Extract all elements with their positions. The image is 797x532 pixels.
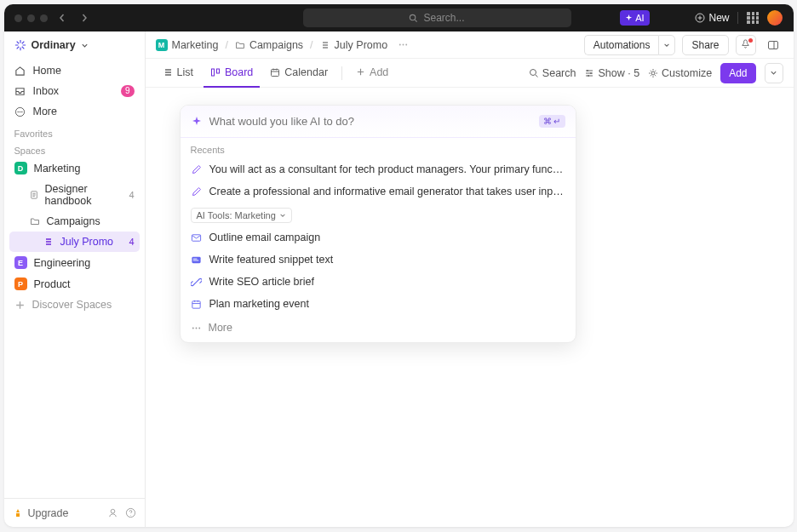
crumb-marketing[interactable]: M Marketing bbox=[156, 39, 219, 51]
tree-campaigns[interactable]: Campaigns bbox=[9, 211, 140, 232]
sliders-icon bbox=[584, 68, 594, 78]
nav-home[interactable]: Home bbox=[9, 60, 140, 81]
svg-point-16 bbox=[530, 69, 536, 75]
list-icon bbox=[320, 40, 330, 50]
tool-seo[interactable]: Write SEO article brief bbox=[181, 271, 576, 293]
titlebar: Search... AI New bbox=[4, 4, 794, 31]
view-board[interactable]: Board bbox=[204, 59, 260, 88]
svg-point-18 bbox=[590, 72, 592, 74]
customize-action[interactable]: Customize bbox=[648, 67, 712, 79]
view-calendar[interactable]: Calendar bbox=[263, 59, 335, 88]
svg-point-4 bbox=[20, 111, 20, 112]
upgrade-button[interactable]: Upgrade bbox=[28, 507, 69, 519]
crumb-july-promo[interactable]: July Promo bbox=[320, 39, 388, 51]
ai-input[interactable] bbox=[209, 115, 532, 128]
breadcrumb-bar: M Marketing / Campaigns / July Promo Aut… bbox=[146, 31, 794, 59]
tree-july-promo[interactable]: July Promo 4 bbox=[9, 232, 140, 252]
svg-point-9 bbox=[399, 44, 401, 46]
add-view[interactable]: Add bbox=[349, 59, 395, 88]
tree-designer-handbook[interactable]: Designer handbook 4 bbox=[9, 179, 140, 211]
workspace-name: Ordinary bbox=[32, 39, 76, 51]
space-marketing[interactable]: D Marketing bbox=[9, 157, 140, 179]
folder-icon bbox=[30, 216, 40, 226]
crumb-campaigns[interactable]: Campaigns bbox=[235, 39, 303, 51]
svg-rect-24 bbox=[193, 260, 199, 260]
search-action[interactable]: Search bbox=[529, 67, 576, 79]
nav-inbox[interactable]: Inbox 9 bbox=[9, 81, 140, 101]
panel-toggle[interactable] bbox=[763, 35, 783, 55]
close-dot[interactable] bbox=[14, 14, 22, 22]
calendar-icon bbox=[270, 67, 280, 77]
chevron-down-icon bbox=[81, 42, 89, 49]
svg-point-10 bbox=[403, 44, 404, 46]
svg-rect-25 bbox=[192, 300, 200, 307]
more-icon bbox=[191, 323, 202, 334]
more-icon bbox=[14, 106, 26, 117]
nav-fwd-button[interactable] bbox=[77, 10, 92, 26]
view-bar: List Board Calendar Add bbox=[146, 59, 794, 88]
ai-tools-dropdown[interactable]: AI Tools: Marketing bbox=[191, 208, 292, 223]
share-button[interactable]: Share bbox=[682, 35, 728, 55]
min-dot[interactable] bbox=[27, 14, 35, 22]
mail-icon bbox=[191, 232, 203, 243]
automations-button[interactable]: Automations bbox=[584, 35, 659, 55]
notif-button[interactable] bbox=[736, 35, 756, 55]
gear-icon bbox=[648, 68, 658, 78]
nav-back-button[interactable] bbox=[54, 10, 70, 26]
ai-input-row: ⌘ ↵ bbox=[181, 106, 576, 138]
shortcut-badge: ⌘ ↵ bbox=[539, 115, 565, 128]
more-icon[interactable] bbox=[398, 39, 409, 50]
space-badge: E bbox=[14, 256, 27, 269]
window-controls[interactable] bbox=[14, 14, 48, 22]
svg-point-20 bbox=[651, 72, 655, 75]
space-badge: P bbox=[14, 277, 27, 290]
show-action[interactable]: Show · 5 bbox=[584, 67, 639, 79]
search-icon bbox=[409, 14, 418, 23]
discover-spaces[interactable]: Discover Spaces bbox=[9, 295, 140, 315]
add-button[interactable]: Add bbox=[720, 63, 755, 83]
user-avatar[interactable] bbox=[767, 10, 783, 26]
tool-plan-event[interactable]: Plan marketing event bbox=[181, 293, 576, 315]
svg-rect-15 bbox=[272, 69, 279, 76]
plus-icon bbox=[14, 300, 26, 311]
global-search[interactable]: Search... bbox=[303, 9, 571, 27]
ai-panel: ⌘ ↵ Recents You will act as a consultant… bbox=[180, 105, 576, 343]
max-dot[interactable] bbox=[40, 14, 48, 22]
new-button[interactable]: New bbox=[695, 12, 729, 24]
ai-badge[interactable]: AI bbox=[620, 10, 649, 26]
automations-caret[interactable] bbox=[658, 35, 675, 55]
nav-more[interactable]: More bbox=[9, 101, 140, 122]
svg-rect-12 bbox=[768, 41, 777, 49]
svg-point-27 bbox=[195, 327, 197, 329]
doc-icon bbox=[30, 190, 38, 200]
workspace-switcher[interactable]: Ordinary bbox=[4, 31, 145, 59]
more-tools[interactable]: More bbox=[181, 315, 576, 342]
svg-point-3 bbox=[17, 111, 18, 112]
workspace-logo-icon bbox=[14, 39, 26, 51]
help-icon[interactable] bbox=[125, 507, 136, 518]
view-list[interactable]: List bbox=[156, 59, 200, 88]
svg-point-0 bbox=[410, 14, 416, 20]
upgrade-icon bbox=[13, 508, 23, 518]
space-engineering[interactable]: E Engineering bbox=[9, 252, 140, 273]
svg-rect-14 bbox=[216, 69, 219, 73]
space-badge: D bbox=[14, 162, 27, 174]
apps-icon[interactable] bbox=[747, 12, 759, 24]
chevron-down-icon bbox=[279, 212, 286, 219]
folder-icon bbox=[235, 40, 245, 50]
search-icon bbox=[529, 68, 539, 78]
tool-email-campaign[interactable]: Outline email campaign bbox=[181, 226, 576, 249]
space-product[interactable]: P Product bbox=[9, 273, 140, 295]
recent-item[interactable]: Create a professional and informative em… bbox=[181, 180, 576, 203]
sidebar-footer: Upgrade bbox=[4, 498, 145, 527]
user-icon[interactable] bbox=[107, 507, 118, 518]
tool-snippet[interactable]: Write featured snippet text bbox=[181, 249, 576, 271]
svg-point-19 bbox=[588, 75, 589, 77]
svg-point-7 bbox=[111, 509, 115, 513]
pencil-icon bbox=[191, 163, 203, 175]
sidebar: Ordinary Home Inbox 9 More Favorites bbox=[4, 31, 146, 527]
inbox-icon bbox=[14, 85, 26, 97]
recent-item[interactable]: You will act as a consultant for tech pr… bbox=[181, 158, 576, 180]
add-caret[interactable] bbox=[765, 63, 783, 83]
svg-point-11 bbox=[405, 44, 407, 46]
